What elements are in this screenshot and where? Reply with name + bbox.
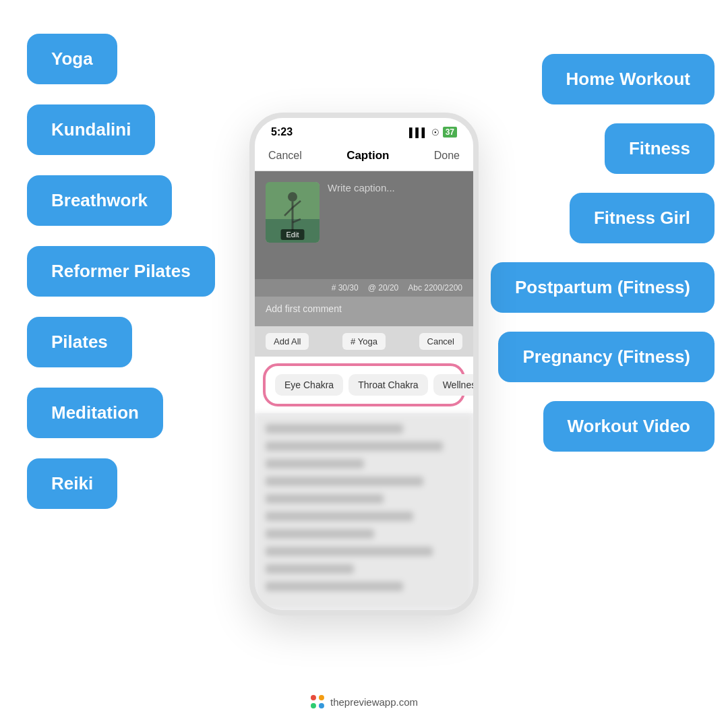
- nav-title: Caption: [346, 149, 389, 162]
- nav-bar: Cancel Caption Done: [255, 144, 473, 171]
- caption-text-area[interactable]: Write caption...: [328, 182, 462, 268]
- yoga-hashtag-button[interactable]: # Yoga: [342, 333, 386, 350]
- svg-point-11: [319, 703, 324, 708]
- abc-counter: Abc 2200/2200: [408, 283, 462, 293]
- done-button[interactable]: Done: [434, 150, 460, 162]
- comment-placeholder: Add first comment: [266, 303, 342, 314]
- blur-line-8: [266, 547, 433, 556]
- comment-area[interactable]: Add first comment: [255, 297, 473, 326]
- blur-line-4: [266, 477, 423, 486]
- tag-eye-chakra[interactable]: Eye Chakra: [275, 374, 343, 396]
- phone-body: 5:23 ▌▌▌ ☉ 37 Cancel Caption Done: [249, 113, 479, 615]
- signal-icon: ▌▌▌: [409, 127, 428, 138]
- cancel-button[interactable]: Cancel: [268, 150, 302, 162]
- tag-pilates[interactable]: Pilates: [27, 317, 132, 367]
- blur-line-2: [266, 442, 443, 451]
- blur-line-9: [266, 564, 354, 574]
- watermark-logo-icon: [310, 694, 325, 709]
- svg-point-2: [288, 192, 297, 202]
- add-all-button[interactable]: Add All: [266, 333, 309, 350]
- caption-counters: # 30/30 @ 20/20 Abc 2200/2200: [255, 279, 473, 297]
- tag-fitness[interactable]: Fitness: [605, 123, 715, 174]
- caption-area: Edit Write caption...: [255, 171, 473, 279]
- blur-line-10: [266, 582, 403, 591]
- tag-kundalini[interactable]: Kundalini: [27, 104, 155, 155]
- tag-pregnancy-fitness[interactable]: Pregnancy (Fitness): [498, 332, 715, 382]
- tag-reiki[interactable]: Reiki: [27, 458, 117, 509]
- tag-home-workout[interactable]: Home Workout: [542, 54, 715, 104]
- wifi-icon: ☉: [431, 127, 439, 138]
- right-tag-group: Home Workout Fitness Fitness Girl Postpa…: [491, 54, 715, 452]
- tag-meditation[interactable]: Meditation: [27, 388, 163, 438]
- svg-point-8: [311, 695, 316, 700]
- status-time: 5:23: [271, 126, 293, 138]
- tag-yoga[interactable]: Yoga: [27, 34, 117, 84]
- svg-point-9: [319, 695, 324, 700]
- left-tag-group: Yoga Kundalini Breathwork Reformer Pilat…: [27, 34, 215, 509]
- blur-line-5: [266, 494, 384, 504]
- watermark-text: thepreviewapp.com: [330, 696, 418, 708]
- tag-postpartum-fitness[interactable]: Postpartum (Fitness): [491, 262, 715, 313]
- status-icons: ▌▌▌ ☉ 37: [409, 127, 457, 138]
- battery-icon: 37: [443, 127, 457, 138]
- status-bar: 5:23 ▌▌▌ ☉ 37: [255, 118, 473, 144]
- at-counter: @ 20/20: [368, 283, 399, 293]
- pink-highlighted-tags: Eye Chakra Throat Chakra Wellness Yoga: [263, 363, 465, 406]
- tag-reformer-pilates[interactable]: Reformer Pilates: [27, 246, 215, 297]
- watermark: thepreviewapp.com: [310, 694, 418, 709]
- blurred-content-area: [255, 413, 473, 610]
- tag-fitness-girl[interactable]: Fitness Girl: [570, 193, 715, 243]
- tag-wellness[interactable]: Wellness: [433, 374, 479, 396]
- blur-line-3: [266, 459, 364, 468]
- blur-line-7: [266, 529, 374, 539]
- blur-line-6: [266, 512, 413, 521]
- tag-selector-section: Eye Chakra Throat Chakra Wellness Yoga: [255, 357, 473, 413]
- hash-counter: # 30/30: [332, 283, 359, 293]
- edit-label: Edit: [281, 229, 305, 240]
- tag-throat-chakra[interactable]: Throat Chakra: [348, 374, 427, 396]
- caption-thumbnail[interactable]: Edit: [266, 182, 320, 243]
- tag-breathwork[interactable]: Breathwork: [27, 175, 172, 226]
- cancel-hashtag-button[interactable]: Cancel: [419, 333, 462, 350]
- tag-workout-video[interactable]: Workout Video: [543, 401, 715, 452]
- hashtag-bar: Add All # Yoga Cancel: [255, 326, 473, 357]
- phone-mockup: 5:23 ▌▌▌ ☉ 37 Cancel Caption Done: [249, 113, 479, 615]
- svg-point-10: [311, 703, 316, 708]
- blur-line-1: [266, 424, 403, 433]
- caption-placeholder: Write caption...: [328, 182, 395, 193]
